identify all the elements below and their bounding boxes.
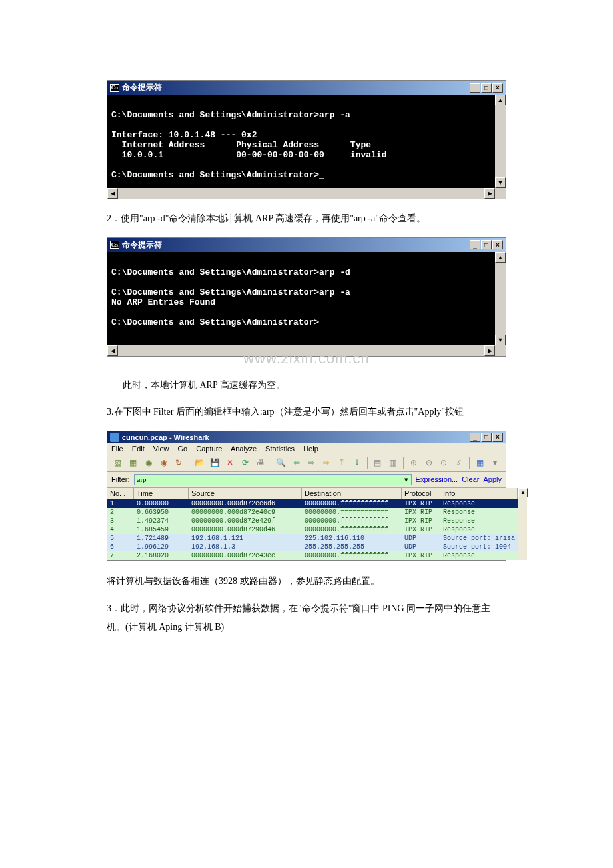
expression-link[interactable]: Expression... (416, 475, 458, 483)
cell: 0.000000 (134, 499, 189, 508)
maximize-button[interactable]: □ (481, 240, 492, 249)
stop-icon[interactable]: ◉ (157, 456, 171, 469)
menubar[interactable]: File Edit View Go Capture Analyze Statis… (107, 443, 506, 454)
first-icon[interactable]: ⤒ (335, 456, 348, 469)
find-icon[interactable]: 🔍 (275, 456, 288, 469)
scroll-down-icon[interactable]: ▼ (495, 177, 506, 188)
cell: Response (440, 525, 518, 534)
filter-label: Filter: (111, 475, 130, 483)
restart-icon[interactable]: ↻ (173, 456, 186, 469)
filter-value: arp (137, 475, 147, 483)
menu-statistics[interactable]: Statistics (265, 445, 295, 453)
apply-link[interactable]: Apply (483, 475, 502, 483)
scroll-up-icon[interactable]: ▲ (518, 488, 528, 497)
zoom-out-icon[interactable]: ⊖ (422, 456, 436, 469)
filters-icon[interactable]: ▦ (473, 456, 486, 469)
goto-icon[interactable]: ⇨ (320, 456, 333, 469)
cell: IPX RIP (402, 517, 440, 525)
vertical-scrollbar[interactable]: ▲ (518, 488, 527, 560)
autoscroll-icon[interactable]: ▤ (371, 456, 384, 469)
packet-row[interactable]: 31.49237400000000.000d872e429f00000000.f… (107, 517, 518, 525)
resize-grip[interactable] (495, 345, 506, 356)
maximize-button[interactable]: □ (481, 83, 492, 93)
close-button[interactable]: × (492, 240, 503, 249)
titlebar[interactable]: cuncun.pcap - Wireshark _ □ × (107, 431, 506, 443)
col-destination[interactable]: Destination (302, 488, 402, 499)
vertical-scrollbar[interactable]: ▲ ▼ (495, 252, 506, 345)
dropdown-icon[interactable]: ▾ (404, 475, 408, 484)
packet-row[interactable]: 51.721489192.168.1.121225.102.116.110UDP… (107, 534, 518, 543)
cell: 225.102.116.110 (302, 534, 402, 543)
packet-row[interactable]: 61.996129192.168.1.3255.255.255.255UDPSo… (107, 543, 518, 551)
horizontal-scrollbar[interactable]: ◀ ▶ (107, 188, 506, 199)
cell: IPX RIP (402, 508, 440, 517)
reload-icon[interactable]: ⟳ (239, 456, 252, 469)
maximize-button[interactable]: □ (481, 433, 492, 442)
scroll-up-icon[interactable]: ▲ (495, 95, 506, 105)
menu-view[interactable]: View (153, 445, 169, 453)
col-no[interactable]: No. . (107, 488, 134, 499)
terminal-output: C:\Documents and Settings\Administrator>… (107, 252, 495, 345)
minimize-button[interactable]: _ (470, 433, 480, 442)
print-icon[interactable]: 🖶 (254, 456, 267, 469)
resize-grip[interactable] (495, 188, 506, 199)
scroll-left-icon[interactable]: ◀ (107, 345, 118, 356)
open-icon[interactable]: 📂 (193, 456, 206, 469)
last-icon[interactable]: ⤓ (350, 456, 364, 469)
close-button[interactable]: × (492, 433, 503, 442)
zoom-in-icon[interactable]: ⊕ (407, 456, 420, 469)
cell: 2.168020 (134, 551, 189, 560)
scroll-right-icon[interactable]: ▶ (484, 345, 495, 356)
cell: 192.168.1.3 (189, 543, 302, 551)
close-button[interactable]: × (492, 83, 503, 93)
close-file-icon[interactable]: ✕ (223, 456, 237, 469)
minimize-button[interactable]: _ (470, 240, 480, 249)
menu-capture[interactable]: Capture (196, 445, 222, 453)
horizontal-scrollbar[interactable]: ◀ ▶ (107, 345, 506, 356)
menu-help[interactable]: Help (303, 445, 318, 453)
col-time[interactable]: Time (134, 488, 189, 499)
menu-file[interactable]: File (111, 445, 123, 453)
cell: IPX RIP (402, 499, 440, 508)
forward-icon[interactable]: ⇨ (305, 456, 318, 469)
paragraph-step2: 2．使用"arp -d"命令清除本地计算机 ARP 高速缓存，再使用"arp -… (107, 210, 506, 228)
vertical-scrollbar[interactable]: ▲ ▼ (495, 95, 506, 188)
start-icon[interactable]: ◉ (142, 456, 155, 469)
scroll-down-icon[interactable]: ▼ (495, 335, 506, 345)
scroll-left-icon[interactable]: ◀ (107, 188, 118, 199)
packet-table-header[interactable]: No. . Time Source Destination Protocol I… (107, 488, 518, 499)
titlebar[interactable]: C:\ 命令提示符 _ □ × (107, 238, 506, 252)
cell: 1 (107, 499, 134, 508)
interfaces-icon[interactable]: ▧ (111, 456, 125, 469)
col-protocol[interactable]: Protocol (402, 488, 440, 499)
scroll-up-icon[interactable]: ▲ (495, 252, 506, 263)
cell: UDP (402, 534, 440, 543)
cell: 255.255.255.255 (302, 543, 402, 551)
save-icon[interactable]: 💾 (208, 456, 221, 469)
cell: 192.168.1.121 (189, 534, 302, 543)
col-source[interactable]: Source (189, 488, 302, 499)
scroll-right-icon[interactable]: ▶ (484, 188, 495, 199)
titlebar[interactable]: C:\ 命令提示符 _ □ × (107, 81, 506, 95)
menu-go[interactable]: Go (178, 445, 188, 453)
minimize-button[interactable]: _ (470, 83, 480, 93)
more-icon[interactable]: ▾ (488, 456, 502, 469)
cell: 2 (107, 508, 134, 517)
menu-edit[interactable]: Edit (132, 445, 145, 453)
filter-input[interactable]: arp ▾ (134, 474, 412, 485)
zoom-fit-icon[interactable]: ⊙ (438, 456, 451, 469)
menu-analyze[interactable]: Analyze (231, 445, 257, 453)
packet-row[interactable]: 41.68545900000000.000d87290d4600000000.f… (107, 525, 518, 534)
cell: 4 (107, 525, 134, 534)
cell: 1.492374 (134, 517, 189, 525)
colorize-icon[interactable]: ▥ (386, 456, 400, 469)
back-icon[interactable]: ⇦ (290, 456, 303, 469)
col-info[interactable]: Info (440, 488, 518, 499)
resize-cols-icon[interactable]: ⫽ (452, 456, 466, 469)
clear-link[interactable]: Clear (462, 475, 479, 483)
packet-row[interactable]: 72.16802000000000.000d872e43ec00000000.f… (107, 551, 518, 560)
packet-row[interactable]: 20.66395000000000.000d872e40c900000000.f… (107, 508, 518, 517)
options-icon[interactable]: ▦ (127, 456, 140, 469)
packet-row[interactable]: 10.00000000000000.000d872ec6d600000000.f… (107, 499, 518, 508)
cmd-icon: C:\ (110, 241, 119, 249)
